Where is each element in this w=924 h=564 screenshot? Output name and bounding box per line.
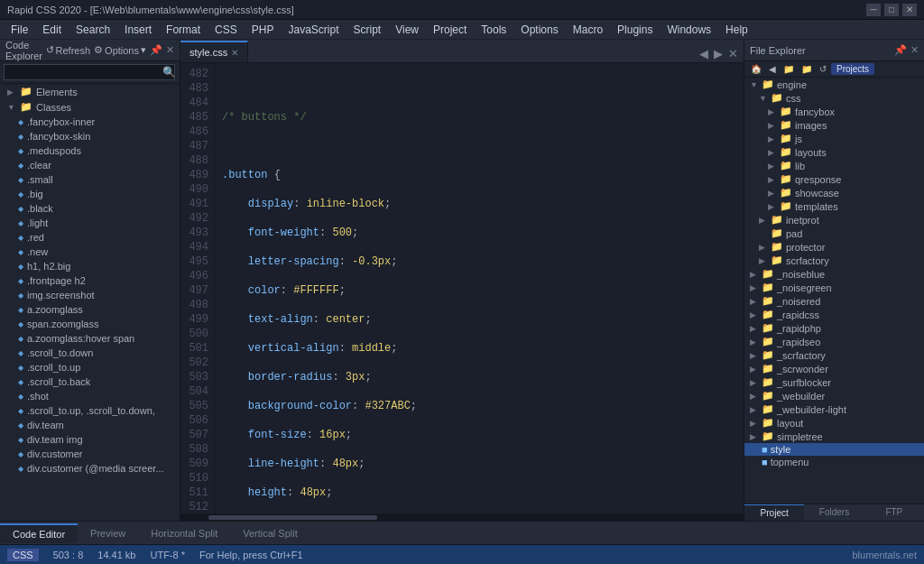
refresh-button[interactable]: ↺ Refresh	[46, 44, 91, 56]
tab-nav-left-button[interactable]: ◀	[698, 45, 710, 62]
list-item[interactable]: ◆ .scroll_to.up	[0, 360, 180, 374]
fe-list-item[interactable]: ▶ 📁 inetprot	[744, 213, 924, 227]
bottom-tab-vertical-split[interactable]: Vertical Split	[230, 524, 310, 542]
list-item[interactable]: ◆ .scroll_to.up, .scroll_to.down,	[0, 403, 180, 418]
menu-insert[interactable]: Insert	[117, 20, 159, 40]
fe-refresh-button[interactable]: ↺	[817, 63, 829, 75]
bottom-tab-code-editor[interactable]: Code Editor	[0, 523, 78, 543]
fe-list-item[interactable]: ▶ 📁 _scrfactory	[744, 348, 924, 362]
menu-file[interactable]: File	[4, 20, 35, 40]
menu-windows[interactable]: Windows	[660, 20, 718, 40]
fe-list-item[interactable]: ▶ 📁 images	[744, 118, 924, 132]
fe-list-item[interactable]: ▼ 📁 engine	[744, 78, 924, 91]
fe-list-item[interactable]: ▶ 📁 _rapidseo	[744, 335, 924, 348]
fe-list-item[interactable]: ▶ 📁 _rapidphp	[744, 321, 924, 335]
menu-css[interactable]: CSS	[208, 20, 245, 40]
editor-tab-style-css[interactable]: style.css ✕	[180, 41, 248, 62]
menu-script[interactable]: Script	[346, 20, 389, 40]
fe-list-item[interactable]: ▶ 📁 _scrwonder	[744, 362, 924, 375]
fe-folder2-button[interactable]: 📁	[799, 63, 815, 75]
list-item[interactable]: ◆ a.zoomglass	[0, 302, 180, 317]
menu-project[interactable]: Project	[426, 20, 474, 40]
code-editor-content[interactable]: /* buttons */ .button { display: inline-…	[215, 63, 744, 513]
fe-list-item[interactable]: ▶ 📁 layouts	[744, 145, 924, 159]
fe-list-item[interactable]: ▶ 📁 _surfblocker	[744, 375, 924, 389]
close-icon[interactable]: ✕	[166, 44, 174, 56]
fe-back-button[interactable]: ◀	[766, 63, 779, 75]
fe-list-item[interactable]: ▶ 📁 layout	[744, 416, 924, 430]
code-explorer-search[interactable]	[4, 64, 175, 80]
list-item[interactable]: ◆ span.zoomglass	[0, 317, 180, 331]
list-item[interactable]: ◆ div.team	[0, 418, 180, 432]
list-item[interactable]: ◆ img.screenshot	[0, 288, 180, 302]
list-item[interactable]: ◆ .big	[0, 187, 180, 201]
menu-macro[interactable]: Macro	[566, 20, 610, 40]
tree-item-classes[interactable]: ▼ 📁 Classes	[0, 99, 180, 115]
list-item[interactable]: ◆ .frontpage h2	[0, 273, 180, 288]
options-button[interactable]: ⚙ Options ▾	[94, 44, 146, 56]
list-item[interactable]: ◆ h1, h2.big	[0, 259, 180, 273]
list-item[interactable]: ◆ .small	[0, 172, 180, 187]
fe-list-item[interactable]: ▶ 📁 protector	[744, 240, 924, 254]
list-item[interactable]: ◆ .meduspods	[0, 143, 180, 158]
maximize-button[interactable]: □	[884, 4, 899, 16]
fe-list-item[interactable]: ▶ 📁 _rapidcss	[744, 308, 924, 321]
horizontal-scrollbar[interactable]	[180, 513, 744, 521]
fe-list-item[interactable]: ▶ 📁 simpletree	[744, 430, 924, 443]
tab-nav-right-button[interactable]: ▶	[712, 45, 725, 62]
list-item[interactable]: ◆ .clear	[0, 158, 180, 172]
fe-tab-project[interactable]: Project	[744, 504, 804, 521]
fe-list-item[interactable]: ▶ 📁 _noiseblue	[744, 267, 924, 281]
fe-list-item[interactable]: ▶ 📁 fancybox	[744, 105, 924, 118]
tab-nav-close-button[interactable]: ✕	[726, 45, 740, 62]
menu-view[interactable]: View	[388, 20, 426, 40]
menu-options[interactable]: Options	[513, 20, 565, 40]
menu-search[interactable]: Search	[69, 20, 117, 40]
list-item[interactable]: ◆ .shot	[0, 389, 180, 403]
fe-list-item[interactable]: ▶ 📁 js	[744, 132, 924, 145]
list-item[interactable]: ◆ a.zoomglass:hover span	[0, 331, 180, 346]
minimize-button[interactable]: ─	[866, 4, 881, 16]
fe-list-item[interactable]: ▶ 📁 qresponse	[744, 172, 924, 186]
bottom-tab-preview[interactable]: Preview	[78, 524, 138, 542]
fe-list-item[interactable]: ▶ 📁 showcase	[744, 186, 924, 199]
fe-list-item-style[interactable]: ■ style	[744, 443, 924, 456]
menu-php[interactable]: PHP	[245, 20, 282, 40]
list-item[interactable]: ◆ .scroll_to.back	[0, 374, 180, 389]
bottom-tab-horizontal-split[interactable]: Horizontal Split	[138, 524, 230, 542]
list-item[interactable]: ◆ .black	[0, 201, 180, 216]
list-item[interactable]: ◆ .scroll_to.down	[0, 346, 180, 360]
fe-list-item[interactable]: ▶ 📁 scrfactory	[744, 254, 924, 267]
fe-list-item[interactable]: ▶ 📁 _noisegreen	[744, 281, 924, 294]
fe-list-item[interactable]: ▶ 📁 _webuilder-light	[744, 402, 924, 416]
list-item[interactable]: ◆ div.customer	[0, 447, 180, 461]
fe-list-item[interactable]: ▼ 📁 css	[744, 91, 924, 105]
fe-list-item[interactable]: ■ topmenu	[744, 456, 924, 468]
fe-folder-button[interactable]: 📁	[781, 63, 797, 75]
menu-edit[interactable]: Edit	[35, 20, 69, 40]
list-item[interactable]: ◆ div.customer (@media screer...	[0, 461, 180, 476]
list-item[interactable]: ◆ .red	[0, 230, 180, 245]
list-item[interactable]: ◆ div.team img	[0, 432, 180, 447]
fe-tab-ftp[interactable]: FTP	[864, 504, 924, 521]
tree-item-elements[interactable]: ▶ 📁 Elements	[0, 84, 180, 99]
fe-home-button[interactable]: 🏠	[748, 63, 764, 75]
fe-tab-folders[interactable]: Folders	[804, 504, 864, 521]
fe-list-item[interactable]: ▶ 📁 lib	[744, 159, 924, 172]
list-item[interactable]: ◆ .fancybox-skin	[0, 129, 180, 143]
close-icon[interactable]: ✕	[910, 44, 919, 56]
list-item[interactable]: ◆ .new	[0, 245, 180, 259]
menu-javascript[interactable]: JavaScript	[281, 20, 346, 40]
menu-plugins[interactable]: Plugins	[610, 20, 660, 40]
fe-list-item[interactable]: ▶ 📁 _webuilder	[744, 389, 924, 402]
tab-close-icon[interactable]: ✕	[231, 48, 238, 58]
fe-list-item[interactable]: ▶ 📁 _noisered	[744, 294, 924, 308]
list-item[interactable]: ◆ .light	[0, 216, 180, 230]
close-button[interactable]: ✕	[902, 4, 917, 16]
menu-format[interactable]: Format	[159, 20, 208, 40]
fe-list-item[interactable]: ▶ 📁 templates	[744, 199, 924, 213]
menu-tools[interactable]: Tools	[474, 20, 513, 40]
fe-projects-button[interactable]: Projects	[831, 63, 874, 75]
fe-list-item[interactable]: 📁 pad	[744, 227, 924, 240]
menu-help[interactable]: Help	[718, 20, 755, 40]
